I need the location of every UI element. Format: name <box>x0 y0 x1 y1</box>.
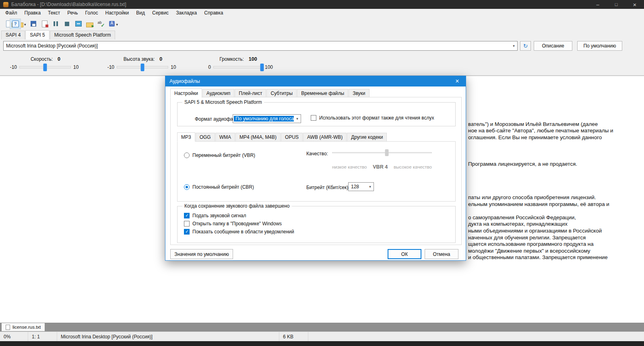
split-audio-button[interactable] <box>84 19 95 29</box>
slider-label: Громкость: <box>219 56 244 62</box>
close-icon <box>455 78 459 85</box>
stop-button[interactable] <box>62 19 73 29</box>
quality-label: Качество: <box>306 151 328 157</box>
document-line: Республики Куба, Республики Никарагуа, С… <box>0 274 644 281</box>
vbr-option[interactable]: Переменный битрейт (VBR) <box>184 152 255 158</box>
audio-format-select[interactable]: По умолчанию для голоса <box>233 114 301 123</box>
close-button[interactable] <box>625 0 644 9</box>
dialog-close-button[interactable] <box>449 76 466 86</box>
minimize-button[interactable] <box>588 0 607 9</box>
codec-tab[interactable]: OPUS <box>281 133 303 142</box>
dropdown-arrow-icon <box>116 20 118 27</box>
bitrate-label: Битрейт (Кбит/сек): <box>306 185 350 190</box>
maximize-button[interactable] <box>607 0 625 9</box>
codec-tab[interactable]: MP3 <box>177 132 195 142</box>
menu-item[interactable]: Вид <box>132 9 149 16</box>
dialog-title-bar[interactable]: Аудиофайлы <box>165 76 466 86</box>
pause-button[interactable] <box>50 19 62 29</box>
finish-option[interactable]: Открыть папку в "Проводнике" Windows <box>184 220 455 228</box>
quality-slider-thumb[interactable] <box>385 149 389 156</box>
codec-tab[interactable]: AWB (AMR-WB) <box>303 133 347 142</box>
refresh-voices-button[interactable] <box>520 41 531 51</box>
document-line: 2.2. Ограничения на вскрытие технологии,… <box>0 281 644 288</box>
engine-tab[interactable]: SAPI 5 <box>25 30 49 39</box>
cbr-option[interactable]: Постоянный битрейт (CBR) <box>184 184 254 190</box>
menu-item[interactable]: Справка <box>200 9 227 16</box>
use-format-for-reading-option[interactable]: Использовать этот формат также для чтени… <box>311 115 434 121</box>
dialog-tab-strip: Настройки Аудиоклип Плей-лист Субтитры В… <box>170 89 370 97</box>
chevron-down-icon <box>367 183 374 191</box>
codec-tab-strip: MP3 OGG WMA MP4 (M4A, M4B) OPUS AWB (AMR… <box>177 133 387 141</box>
checkbox-icon <box>184 229 190 235</box>
slider-max: 100 <box>265 64 277 70</box>
engine-tab[interactable]: Microsoft Speech Platform <box>50 31 116 39</box>
menu-item[interactable]: Сервис <box>149 9 172 16</box>
menu-item[interactable]: Текст <box>44 9 64 16</box>
codec-tab[interactable]: MP4 (M4A, M4B) <box>235 133 281 142</box>
mp3-panel: Переменный битрейт (VBR) Качество: низко… <box>177 141 456 202</box>
slider-track[interactable] <box>19 66 71 68</box>
document-line: организаций, а также членов их семей. За… <box>0 268 644 275</box>
slider-value: 0 <box>58 56 60 62</box>
slider-track[interactable] <box>213 66 262 68</box>
save-text-button[interactable] <box>28 19 39 29</box>
slider-group: Скорость: 0 -10 10 <box>6 56 85 75</box>
menu-item[interactable]: Правка <box>21 9 45 16</box>
language-icon <box>108 20 116 27</box>
codec-tab[interactable]: WMA <box>215 133 235 142</box>
document-line: 2.4. Прекращение действия соглашения. Бе… <box>0 315 644 321</box>
pause-icon <box>52 20 60 27</box>
quality-low-label: низкое качество <box>332 165 367 169</box>
dialog-tab[interactable]: Настройки <box>170 89 202 98</box>
engine-tab[interactable]: SAPI 4 <box>1 31 25 39</box>
codec-tab[interactable]: OGG <box>196 133 215 142</box>
voice-select[interactable]: Microsoft Irina Desktop [Русский (Россия… <box>3 41 518 51</box>
group-title: SAPI 5 & Microsoft Speech Platform <box>182 99 264 105</box>
quality-slider[interactable] <box>332 149 432 157</box>
window-edge <box>0 341 644 346</box>
voice-description-button[interactable]: Описание <box>534 41 572 51</box>
dialog-tab[interactable]: Временные файлы <box>297 89 348 98</box>
window-title: Балаболка - [D:\Downloads\Balabolka\lice… <box>11 2 126 7</box>
help-button[interactable] <box>10 19 21 29</box>
refresh-icon <box>523 42 528 49</box>
dialog-tab[interactable]: Плей-лист <box>235 89 266 98</box>
menu-item[interactable]: Файл <box>2 9 21 16</box>
dialog-settings-page: SAPI 5 & Microsoft Speech Platform Форма… <box>170 97 462 245</box>
language-button[interactable] <box>107 19 120 29</box>
title-bar: Балаболка - [D:\Downloads\Balabolka\lice… <box>0 0 644 9</box>
menu-item[interactable]: Речь <box>64 9 81 16</box>
document-tab[interactable]: license.rus.txt <box>2 323 45 331</box>
slider-thumb[interactable] <box>43 64 47 71</box>
slider-group: Громкость: 100 0 100 <box>200 56 277 75</box>
slider-min: -10 <box>6 64 17 70</box>
slider-thumb[interactable] <box>141 64 144 71</box>
slider-track[interactable] <box>117 66 168 68</box>
finish-option[interactable]: Подать звуковой сигнал <box>184 212 455 220</box>
codec-tab[interactable]: Другие кодеки <box>347 133 387 142</box>
dialog-tab[interactable]: Субтитры <box>266 89 297 98</box>
menu-item[interactable]: Настройки <box>101 9 132 16</box>
dialog-tab[interactable]: Аудиоклип <box>202 89 234 98</box>
balabolka-window: Балаболка - [D:\Downloads\Balabolka\lice… <box>0 0 644 346</box>
finish-option[interactable]: Показать сообщение в области уведомлений <box>184 228 455 236</box>
document-line: 2.3. Услуги по технической поддержке. Ав… <box>0 295 644 301</box>
slider-value: 0 <box>159 56 162 62</box>
ok-button[interactable]: ОК <box>388 249 421 259</box>
voice-parameters: Скорость: 0 -10 10 Высота звука: 0 <box>0 52 644 76</box>
menu-item[interactable]: Голос <box>82 9 102 16</box>
audio-files-dialog: Аудиофайлы Настройки Аудиоклип Плей-лист… <box>165 76 466 261</box>
defaults-button[interactable]: Значения по умолчанию <box>170 249 233 259</box>
spellcheck-button[interactable] <box>95 19 107 29</box>
dialog-tab[interactable]: Звуки <box>349 89 369 98</box>
cancel-button[interactable]: Отмена <box>425 249 458 259</box>
menu-item[interactable]: Закладка <box>172 9 200 16</box>
slider-min: -10 <box>103 64 114 70</box>
quality-value: VBR 4 <box>373 164 388 170</box>
voice-default-button[interactable]: По умолчанию <box>577 41 622 51</box>
export-text-button[interactable] <box>39 19 50 29</box>
document-line: техническую поддержку программных продук… <box>0 308 644 315</box>
bitrate-select[interactable]: 128 <box>348 182 374 191</box>
slider-thumb[interactable] <box>260 64 264 71</box>
text-extract-button[interactable] <box>73 19 84 29</box>
